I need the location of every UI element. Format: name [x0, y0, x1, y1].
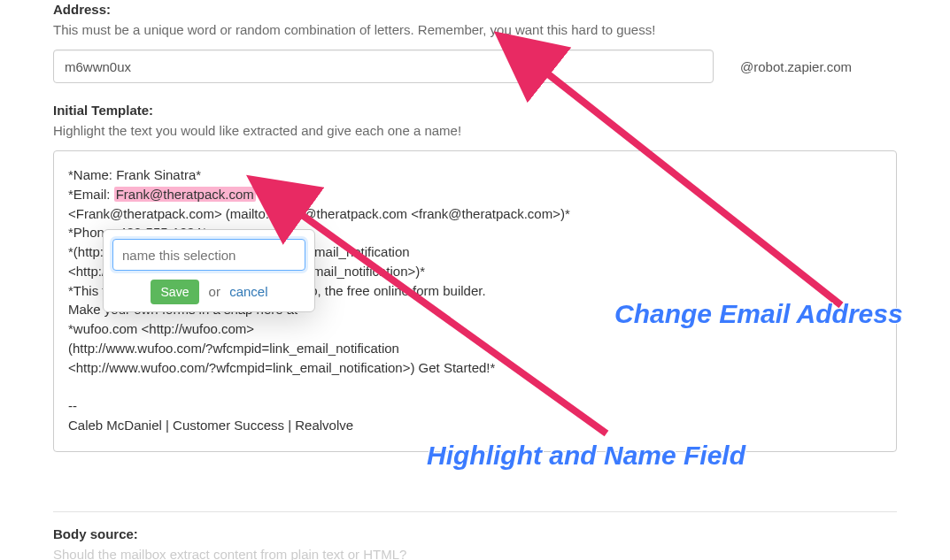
address-label: Address: [53, 2, 897, 17]
highlighted-selection[interactable]: Frank@theratpack.com [114, 187, 256, 202]
template-label: Initial Template: [53, 103, 897, 118]
template-line: *Email: [68, 187, 114, 202]
or-text: or [209, 284, 220, 299]
template-line: *Name: Frank Sinatra* [68, 167, 201, 182]
template-line: (http://www.wufoo.com/?wfcmpid=link_emai… [68, 341, 399, 356]
body-source-label: Body source: [53, 526, 897, 541]
page-root: { "address": { "label": "Address:", "hel… [0, 0, 950, 560]
name-selection-popover: Save or cancel [103, 229, 315, 312]
template-line: * [256, 187, 261, 202]
body-source-help: Should the mailbox extract content from … [53, 547, 897, 560]
template-sep: -- [68, 398, 77, 413]
address-suffix: @robot.zapier.com [740, 59, 852, 74]
save-button[interactable]: Save [151, 280, 200, 304]
divider [53, 511, 897, 512]
cancel-link[interactable]: cancel [229, 284, 267, 299]
template-help: Highlight the text you would like extrac… [53, 123, 897, 138]
selection-name-input[interactable] [112, 239, 305, 271]
address-row: @robot.zapier.com [53, 50, 897, 83]
template-signature: Caleb McDaniel | Customer Success | Real… [68, 418, 353, 433]
address-input[interactable] [53, 50, 714, 83]
popover-actions: Save or cancel [112, 280, 305, 304]
address-section: Address: This must be a unique word or r… [0, 0, 950, 83]
template-line: <http://www.wufoo.com/?wfcmpid=link_emai… [68, 360, 495, 375]
body-source-section: Body source: Should the mailbox extract … [0, 511, 950, 560]
template-line: *wufoo.com <http://wufoo.com> [68, 321, 254, 336]
template-line: <Frank@theratpack.com> (mailto:Frank@the… [68, 206, 570, 221]
address-help: This must be a unique word or random com… [53, 22, 897, 37]
